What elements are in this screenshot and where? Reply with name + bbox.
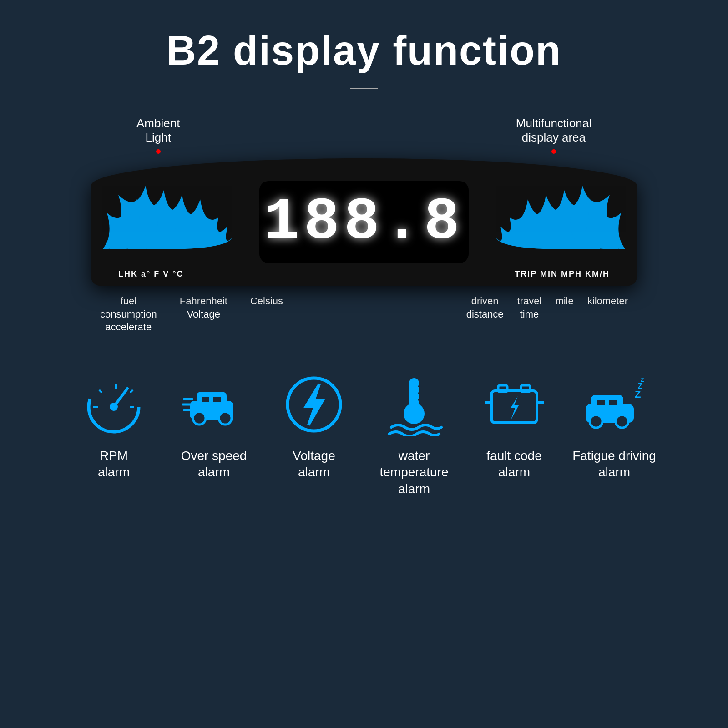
svg-line-6	[130, 390, 133, 393]
alarm-fatigue: Z Z Z Fatigue drivingalarm	[569, 370, 660, 481]
rpm-label: RPMalarm	[98, 448, 130, 481]
water-temp-icon	[380, 370, 448, 439]
multifunctional-dot	[551, 149, 556, 154]
alarm-fault-code: fault codealarm	[469, 370, 560, 481]
flames-right	[455, 167, 628, 258]
annotation-driven: drivendistance	[466, 295, 504, 321]
annotation-fahrenheit: FahrenheitVoltage	[180, 295, 228, 321]
rpm-icon	[80, 370, 148, 439]
fault-code-label: fault codealarm	[486, 448, 541, 481]
fatigue-icon: Z Z Z	[580, 370, 648, 439]
digital-display: 188.8	[259, 181, 469, 263]
flames-left	[100, 167, 273, 258]
hud-section: AmbientLight Multifunctionaldisplay area	[46, 116, 682, 334]
device-labels-left: LHK a° F V °C	[118, 269, 183, 279]
hud-top-labels: AmbientLight Multifunctionaldisplay area	[46, 116, 682, 145]
alarms-section: RPMalarm Over speedalarm	[46, 370, 682, 497]
fault-code-icon	[480, 370, 548, 439]
annotation-travel: traveltime	[517, 295, 542, 321]
title-divider	[350, 88, 378, 89]
svg-point-35	[616, 415, 628, 428]
alarm-overspeed: Over speedalarm	[168, 370, 259, 481]
svg-rect-11	[212, 395, 222, 404]
svg-point-13	[219, 412, 232, 425]
svg-text:Z: Z	[638, 382, 642, 390]
digital-numbers: 188.8	[264, 189, 464, 256]
annotation-celsius: Celsius	[250, 295, 283, 308]
svg-point-34	[590, 415, 602, 428]
svg-marker-27	[511, 396, 519, 420]
svg-rect-25	[498, 385, 507, 392]
svg-line-4	[99, 390, 102, 393]
svg-point-2	[111, 404, 116, 410]
svg-rect-32	[595, 399, 606, 407]
fatigue-label: Fatigue drivingalarm	[572, 448, 656, 481]
water-temp-label: watertemperature alarm	[369, 448, 460, 497]
ambient-light-dot	[156, 149, 161, 154]
overspeed-icon	[180, 370, 248, 439]
voltage-label: Voltagealarm	[293, 448, 335, 481]
annotation-fuel: fuelconsumptionaccelerate	[100, 295, 157, 334]
svg-point-20	[405, 404, 423, 423]
alarm-rpm: RPMalarm	[68, 370, 159, 481]
svg-text:Z: Z	[641, 377, 644, 383]
alarm-water-temp: watertemperature alarm	[369, 370, 460, 497]
annotation-kilometer: kilometer	[587, 295, 628, 308]
svg-point-12	[193, 412, 206, 425]
svg-rect-33	[608, 399, 619, 407]
svg-marker-18	[306, 384, 323, 425]
svg-rect-10	[200, 395, 210, 404]
voltage-icon	[280, 370, 348, 439]
svg-text:Z: Z	[635, 389, 641, 400]
overspeed-label: Over speedalarm	[181, 448, 247, 481]
ambient-light-label: AmbientLight	[136, 116, 180, 145]
hud-device: 188.8 LHK a° F V °C TRIP MIN MPH KM/H	[91, 158, 637, 286]
svg-rect-26	[521, 385, 530, 392]
multifunctional-label: Multifunctionaldisplay area	[516, 116, 592, 145]
device-labels-right: TRIP MIN MPH KM/H	[515, 269, 610, 279]
alarm-voltage: Voltagealarm	[268, 370, 359, 481]
annotation-mile: mile	[555, 295, 573, 308]
page-title: B2 display function	[167, 27, 561, 74]
